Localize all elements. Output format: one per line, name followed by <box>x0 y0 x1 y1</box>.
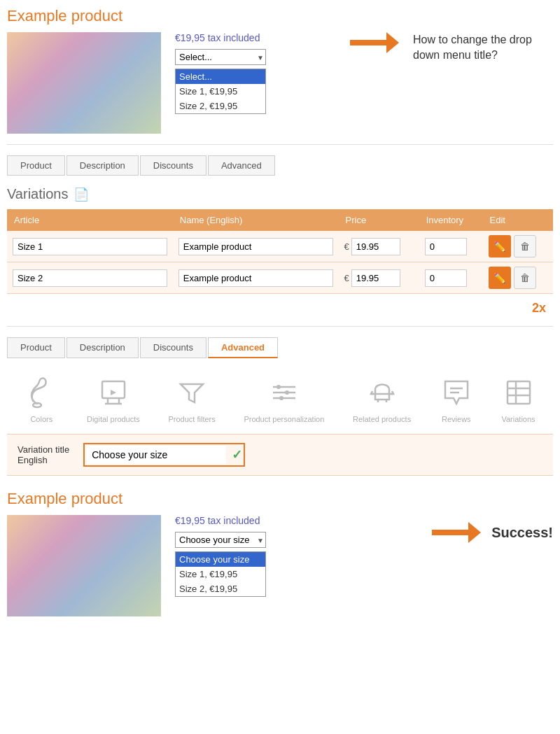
icon-digital[interactable]: Digital products <box>87 376 140 423</box>
personalization-icon <box>267 376 301 409</box>
product-info-2: €19,95 tax included Choose your size Siz… <box>175 515 418 600</box>
dropdown2-item-size2[interactable]: Size 2, €19,95 <box>176 581 265 596</box>
check-icon: ✓ <box>232 447 242 463</box>
dropdown2-item-choose[interactable]: Choose your size <box>176 552 265 567</box>
row1-edit-button[interactable]: ✏️ <box>489 235 511 257</box>
product-image-2 <box>7 515 161 616</box>
dropdown-item-size1[interactable]: Size 1, €19,95 <box>176 84 265 99</box>
row1-price: € <box>339 231 419 262</box>
row1-article <box>7 231 173 262</box>
col-inventory: Inventory <box>419 209 483 231</box>
icon-personalization[interactable]: Product personalization <box>244 376 324 423</box>
svg-point-7 <box>279 396 284 400</box>
tab1-description[interactable]: Description <box>66 155 139 176</box>
price-1: €19,95 tax included <box>175 32 336 43</box>
variation-title-label: Variation title English <box>18 444 69 465</box>
row1-actions: ✏️ 🗑 <box>489 235 547 257</box>
digital-icon <box>97 376 130 409</box>
product-header-2: €19,95 tax included Choose your size Siz… <box>7 515 553 616</box>
row1-edit-cell: ✏️ 🗑 <box>483 231 553 262</box>
variations-title-text: Variations <box>7 186 68 202</box>
arrow-right-icon <box>350 32 399 53</box>
price-2: €19,95 tax included <box>175 515 418 526</box>
svg-point-5 <box>276 385 281 389</box>
svg-rect-1 <box>102 381 125 398</box>
row1-name <box>173 231 339 262</box>
svg-point-6 <box>285 390 289 395</box>
variation-title-input[interactable] <box>86 446 226 464</box>
row1-delete-button[interactable]: 🗑 <box>514 235 536 257</box>
hint-text-1: How to change the drop down menu title? <box>413 32 553 64</box>
divider-2 <box>7 326 553 327</box>
vt-label-line2: English <box>18 455 69 465</box>
product-header-1: €19,95 tax included Select... Size 1, €1… <box>7 32 553 134</box>
colors-label: Colors <box>30 415 52 423</box>
vt-label-line1: Variation title <box>18 444 69 455</box>
product-image-1 <box>7 32 161 134</box>
personalization-label: Product personalization <box>244 415 324 423</box>
tabs-row-2: Product Description Discounts Advanced <box>7 337 553 358</box>
tab1-discounts[interactable]: Discounts <box>140 155 206 176</box>
icon-variations[interactable]: Variations <box>501 376 535 423</box>
row2-price-input[interactable] <box>351 269 400 287</box>
digital-label: Digital products <box>87 415 140 423</box>
icon-related[interactable]: Related products <box>353 376 411 423</box>
dropdown-item-select[interactable]: Select... <box>176 69 265 84</box>
arrow-1 <box>350 32 399 53</box>
row2-inventory <box>419 262 483 294</box>
icon-reviews[interactable]: Reviews <box>440 376 473 423</box>
dropdown2-item-size1[interactable]: Size 1, €19,95 <box>176 567 265 581</box>
page-title-1: Example product <box>7 7 553 25</box>
tab2-product[interactable]: Product <box>7 337 65 358</box>
row1-article-input[interactable] <box>13 238 167 255</box>
tab2-description[interactable]: Description <box>66 337 139 358</box>
row2-actions: ✏️ 🗑 <box>489 267 547 289</box>
related-label: Related products <box>353 415 411 423</box>
row1-price-input[interactable] <box>351 238 400 255</box>
second-product-section: Example product €19,95 tax included Choo… <box>7 490 553 616</box>
success-row: Success! <box>432 522 553 543</box>
row2-article-input[interactable] <box>13 269 167 287</box>
col-article: Article <box>7 209 173 231</box>
variation-title-input-wrap: ✓ <box>83 443 245 467</box>
arrow-right-icon-2 <box>432 522 481 543</box>
tab1-advanced[interactable]: Advanced <box>208 155 275 176</box>
row1-name-input[interactable] <box>178 238 333 255</box>
size-select-2[interactable]: Choose your size Size 1, €19,95 Size 2, … <box>175 532 266 548</box>
variation-title-section: Variation title English ✓ <box>7 434 553 476</box>
row2-name-input[interactable] <box>178 269 333 287</box>
related-icon <box>365 376 399 409</box>
table-header-row: Article Name (English) Price Inventory E… <box>7 209 553 231</box>
row1-inventory-input[interactable] <box>425 238 467 255</box>
select-wrapper-2: Choose your size Size 1, €19,95 Size 2, … <box>175 532 266 548</box>
product-info-1: €19,95 tax included Select... Size 1, €1… <box>175 32 336 117</box>
page-title-2: Example product <box>7 490 553 508</box>
icon-colors[interactable]: Colors <box>24 376 58 423</box>
reviews-label: Reviews <box>442 415 471 423</box>
tab1-product[interactable]: Product <box>7 155 65 176</box>
icon-filters[interactable]: Product filters <box>168 376 215 423</box>
success-text: Success! <box>491 525 553 541</box>
tab2-discounts[interactable]: Discounts <box>140 337 206 358</box>
col-name: Name (English) <box>173 209 339 231</box>
col-edit: Edit <box>483 209 553 231</box>
variations-table: Article Name (English) Price Inventory E… <box>7 209 553 294</box>
euro-sign-2: € <box>344 273 349 283</box>
tab2-advanced[interactable]: Advanced <box>208 337 278 358</box>
feature-icons-row: Colors Digital products Product filters <box>7 365 553 434</box>
filters-label: Product filters <box>168 415 215 423</box>
select-wrapper-1: Select... Size 1, €19,95 Size 2, €19,95 … <box>175 49 266 65</box>
filters-icon <box>175 376 209 409</box>
row2-edit-cell: ✏️ 🗑 <box>483 262 553 294</box>
size-select-1[interactable]: Select... Size 1, €19,95 Size 2, €19,95 <box>175 49 266 65</box>
row2-delete-button[interactable]: 🗑 <box>514 267 536 289</box>
row2-price: € <box>339 262 419 294</box>
row2-inventory-input[interactable] <box>425 269 467 287</box>
svg-point-0 <box>33 403 41 407</box>
row2-edit-button[interactable]: ✏️ <box>489 267 511 289</box>
dropdown-item-size2[interactable]: Size 2, €19,95 <box>176 99 265 113</box>
variations-icon <box>502 376 536 409</box>
count-badge: 2x <box>7 301 546 316</box>
row2-article <box>7 262 173 294</box>
dropdown-1: Select... Size 1, €19,95 Size 2, €19,95 <box>175 69 266 114</box>
